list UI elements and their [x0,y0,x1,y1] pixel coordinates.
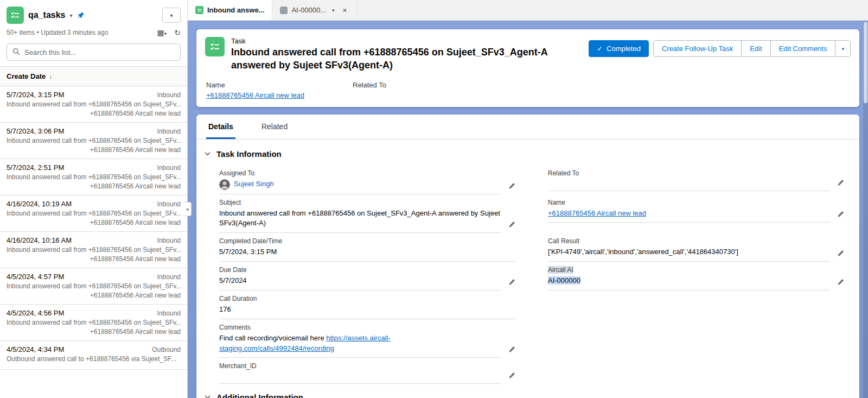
related-to-value [548,180,830,191]
list-view-selector-caret-icon[interactable]: ▾ [70,12,73,18]
edit-comments-button[interactable]: Edit Comments [770,41,835,56]
related-to-field-label: Related To [353,81,851,89]
record-heading: Task Inbound answered call from +6188876… [231,37,582,72]
field-label: Merchant_ID [219,362,516,370]
call-duration-value: 176 [219,305,516,319]
record-title: Inbound answered call from +61888765456 … [231,46,576,72]
task-tab-icon [195,6,203,14]
workspace-tab-inbound[interactable]: Inbound answe... [188,0,272,20]
main-area: Inbound answe... AI-00000... ▾ × Task In… [188,0,868,398]
tab-close-icon[interactable]: × [341,5,349,16]
sort-column-header[interactable]: Create Date ↓ [0,66,187,86]
edit-pencil-icon[interactable] [507,372,516,384]
page-scrollbar [863,21,868,398]
edit-pencil-icon[interactable] [835,179,845,191]
search-box[interactable] [7,43,181,61]
section-additional-information[interactable]: Additional Information [202,390,850,398]
record-page-content: Task Inbound answered call from +6188876… [188,21,868,398]
sidebar-collapse-handle[interactable]: ◂ [183,202,192,216]
field-name: Name +61888765456 Aircall new lead [548,194,845,233]
refresh-icon[interactable]: ↻ [174,28,181,37]
scrollbar-thumb[interactable] [864,22,867,103]
name-link[interactable]: +61888765456 Aircall new lead [548,209,646,217]
task-item-direction: Outbound [152,346,181,353]
task-item-direction: Inbound [157,237,181,244]
workspace-tab-label: AI-00000... [291,6,326,14]
task-list-item-top: 4/5/2024, 4:56 PM Inbound [7,309,181,317]
comments-value: Find call recording/voicemail here https… [219,333,501,358]
field-merchant-id: Merchant_ID [219,358,516,384]
collapse-arrow-icon: ◂ [186,206,189,212]
task-list-item-top: 4/16/2024, 10:16 AM Inbound [7,236,181,244]
edit-pencil-icon[interactable] [507,346,516,358]
edit-pencil-icon[interactable] [507,182,516,194]
field-call-duration: Call Duration 176 [219,290,516,319]
edit-pencil-icon[interactable] [507,279,516,290]
task-list-item[interactable]: 4/16/2024, 10:19 AM Inbound Inbound answ… [0,195,187,232]
search-input[interactable] [24,48,175,56]
task-list-item-top: 5/7/2024, 3:06 PM Inbound [7,127,181,135]
section-task-information[interactable]: Task Information [202,147,850,161]
task-list-item[interactable]: 4/5/2024, 4:34 PM Outbound Outbound answ… [0,341,187,370]
task-item-direction: Inbound [157,164,181,172]
ai-record-icon [280,7,288,14]
task-list-item[interactable]: 5/7/2024, 3:06 PM Inbound Inbound answer… [0,123,187,159]
task-item-date: 5/7/2024, 3:15 PM [7,91,64,99]
field-label: Call Result [548,237,845,245]
record-actions-group: Create Follow-Up Task Edit Edit Comments… [653,40,851,57]
field-related-to: Related To [548,165,845,194]
merchant-id-value [219,373,501,384]
field-label: Due Date [219,266,516,274]
task-record-icon [205,37,225,56]
list-view-header: qa_tasks ▾ ▾ [0,0,187,27]
task-item-related-name: +61888765456 Aircall new lead [7,255,181,263]
field-label: Subject [219,199,516,206]
task-item-subject: Inbound answered call from +61888765456 … [7,210,181,217]
tab-dropdown-caret-icon[interactable]: ▾ [330,5,337,15]
workspace-tab-ai-record[interactable]: AI-00000... ▾ × [272,0,357,20]
name-field-link[interactable]: +61888765456 Aircall new lead [206,91,304,99]
edit-pencil-icon[interactable] [835,211,845,223]
create-follow-up-task-button[interactable]: Create Follow-Up Task [654,41,741,56]
workspace-tabbar: Inbound answe... AI-00000... ▾ × [188,0,868,21]
tab-details[interactable]: Details [206,115,235,139]
task-item-date: 4/5/2024, 4:56 PM [7,309,64,317]
task-list-item-top: 4/5/2024, 4:34 PM Outbound [7,345,181,353]
task-item-subject: Outbound answered call to +61888765456 v… [7,355,181,363]
workspace-tab-label: Inbound answe... [207,6,264,14]
task-item-subject: Inbound answered call from +61888765456 … [7,100,181,108]
task-list-item-top: 4/16/2024, 10:19 AM Inbound [7,200,181,208]
list-view-actions-dropdown-button[interactable]: ▾ [162,8,181,23]
tasks-list-icon [7,7,24,24]
tab-related[interactable]: Related [259,115,290,139]
edit-pencil-icon[interactable] [835,250,845,262]
field-label: Comments [219,324,516,331]
task-item-direction: Inbound [157,273,181,281]
field-assigned-to: Assigned To Sujeet Singh [219,165,516,194]
record-action-buttons: ✓ Completed Create Follow-Up Task Edit E… [589,37,851,72]
edit-button[interactable]: Edit [741,41,770,56]
task-list-item[interactable]: 4/5/2024, 4:57 PM Inbound Inbound answer… [0,268,187,305]
list-view-meta-icons: ▦▾ ↻ [157,28,181,37]
task-list-item[interactable]: 4/16/2024, 10:16 AM Inbound Inbound answ… [0,232,187,268]
field-completed-datetime: Completed Date/Time 5/7/2024, 3:15 PM [219,233,516,262]
more-actions-dropdown-button[interactable]: ▾ [835,41,850,56]
task-item-related-name: +61888765456 Aircall new lead [7,292,181,299]
task-list-item[interactable]: 5/7/2024, 2:51 PM Inbound Inbound answer… [0,159,187,195]
assigned-to-link[interactable]: Sujeet Singh [234,179,274,189]
pin-icon[interactable] [77,11,85,19]
display-as-icon[interactable]: ▦▾ [157,28,167,37]
task-item-date: 4/16/2024, 10:19 AM [7,200,72,208]
section-title: Additional Information [216,393,303,398]
task-list-item[interactable]: 4/5/2024, 4:56 PM Inbound Inbound answer… [0,305,187,341]
completed-status-button[interactable]: ✓ Completed [589,40,649,57]
task-information-fields: Assigned To Sujeet Singh R [202,161,850,386]
grid-spacer [548,319,845,358]
task-item-related-name: +61888765456 Aircall new lead [7,110,181,117]
task-list-item[interactable]: 5/7/2024, 3:15 PM Inbound Inbound answer… [0,86,187,123]
sort-desc-icon: ↓ [49,73,52,80]
comments-text: Find call recording/voicemail here [219,334,326,342]
edit-pencil-icon[interactable] [835,279,845,290]
edit-pencil-icon[interactable] [507,221,516,233]
avatar [219,179,230,190]
